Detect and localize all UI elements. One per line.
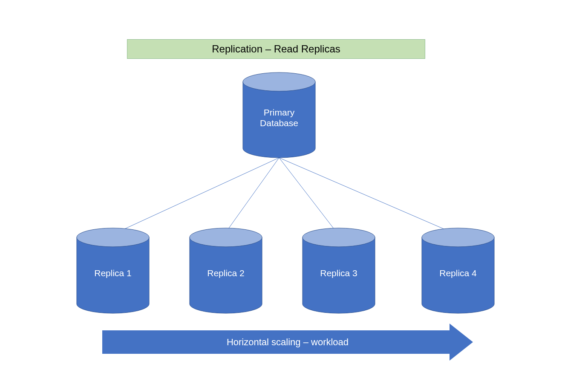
- svg-line-1: [226, 158, 279, 232]
- svg-line-2: [279, 158, 337, 232]
- primary-database-label: Primary Database: [260, 107, 298, 128]
- svg-point-6: [190, 228, 262, 247]
- replica-1-icon: Replica 1: [77, 228, 149, 313]
- svg-line-3: [279, 158, 452, 232]
- svg-point-5: [77, 228, 149, 247]
- horizontal-scaling-arrow: Horizontal scaling – workload: [102, 330, 473, 354]
- replica-4-icon: Replica 4: [422, 228, 494, 313]
- svg-point-7: [303, 228, 375, 247]
- replica-1-label: Replica 1: [94, 268, 132, 278]
- svg-line-0: [117, 158, 279, 232]
- replica-2-label: Replica 2: [207, 268, 245, 278]
- replica-2-icon: Replica 2: [190, 228, 262, 313]
- replica-3-label: Replica 3: [320, 268, 357, 278]
- replica-4-label: Replica 4: [439, 268, 477, 278]
- diagram-title: Replication – Read Replicas: [127, 39, 425, 59]
- svg-point-4: [243, 72, 315, 91]
- horizontal-scaling-label: Horizontal scaling – workload: [227, 337, 349, 348]
- replica-3-icon: Replica 3: [303, 228, 375, 313]
- svg-point-8: [422, 228, 494, 247]
- primary-database-icon: Primary Database: [243, 72, 315, 158]
